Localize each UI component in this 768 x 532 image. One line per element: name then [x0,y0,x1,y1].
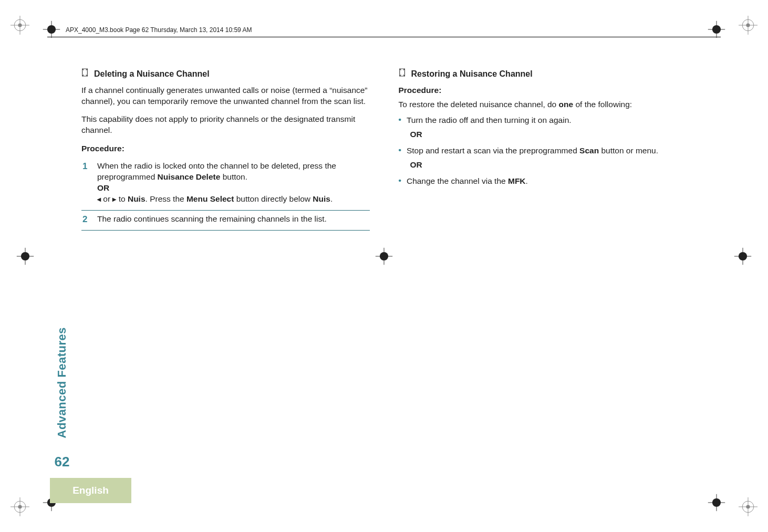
mfk-label: MFK [508,176,526,185]
procedure-step: 1 When the radio is locked onto the chan… [81,158,370,211]
or-text: OR [410,160,687,171]
bullet-list: • Turn the radio off and then turning it… [399,115,687,126]
header-rule [47,37,721,37]
page-number: 62 [55,454,70,470]
step-text: The radio continues scanning the remaini… [97,214,327,223]
language-box: English [50,478,131,503]
list-text: Stop and restart a scan via the preprogr… [407,145,658,157]
step-body: The radio continues scanning the remaini… [97,214,369,227]
bullet-dot-icon: • [399,176,401,187]
nuis-label: Nuis [313,194,330,203]
procedure-label: Procedure: [81,143,370,154]
section-header: Deleting a Nuisance Channel [81,68,370,80]
printmark-icon [11,497,29,516]
list-text: Turn the radio off and then turning it o… [407,115,572,126]
right-column: Restoring a Nuisance Channel Procedure: … [399,68,687,469]
one-emphasis: one [559,100,574,109]
book-icon [399,68,406,77]
section-tab-label: Advanced Features [55,327,69,438]
or-text: OR [410,129,687,140]
step-text: . [330,194,333,203]
list-item: • Stop and restart a scan via the prepro… [399,145,687,157]
section-title: Restoring a Nuisance Channel [411,68,533,80]
printmark-icon [707,493,726,512]
printmark-icon [739,16,757,35]
nuis-label: Nuis [128,194,146,203]
text-fragment: Change the channel via the [407,176,508,185]
nuisance-delete-label: Nuisance Delete [158,172,221,181]
bullet-dot-icon: • [399,145,401,157]
step-text: button directly below [234,194,313,203]
section-title: Deleting a Nuisance Channel [94,68,210,80]
step-number: 1 [82,161,90,173]
printmark-icon [739,497,757,516]
running-header: APX_4000_M3.book Page 62 Thursday, March… [66,26,252,34]
sidebar: Advanced Features 62 [50,327,74,470]
section-header: Restoring a Nuisance Channel [399,68,687,80]
or-text: OR [97,183,369,194]
bullet-dot-icon: • [399,115,401,126]
printmark-icon [11,16,29,35]
intro-text: If a channel continually generates unwan… [81,85,370,107]
content-columns: Deleting a Nuisance Channel If a channel… [81,68,687,469]
procedure-step: 2 The radio continues scanning the remai… [81,211,370,231]
intro-fragment: of the following: [573,100,632,109]
step-text: button. [220,172,247,181]
intro-text: To restore the deleted nuisance channel,… [399,99,687,110]
step-text: . Press the [146,194,186,203]
list-text: Change the channel via the MFK. [407,176,528,187]
step-body: When the radio is locked onto the channe… [97,161,369,207]
bullet-list: • Stop and restart a scan via the prepro… [399,145,687,157]
procedure-label: Procedure: [399,85,687,96]
scan-label: Scan [579,146,599,155]
text-fragment: button or menu. [599,146,658,155]
printmark-icon [707,20,726,39]
list-item: • Change the channel via the MFK. [399,176,687,187]
left-arrow-icon: ◂ [97,195,101,203]
intro-fragment: To restore the deleted nuisance channel,… [399,100,559,109]
step-number: 2 [82,214,90,226]
list-item: • Turn the radio off and then turning it… [399,115,687,126]
intro-text: This capability does not apply to priori… [81,114,370,136]
book-icon [81,68,89,77]
left-column: Deleting a Nuisance Channel If a channel… [81,68,370,469]
text-fragment: . [526,176,528,185]
menu-select-label: Menu Select [186,194,234,203]
step-text: to [116,194,128,203]
printmark-icon [42,20,61,39]
page-container: APX_4000_M3.book Page 62 Thursday, March… [0,0,768,532]
bullet-list: • Change the channel via the MFK. [399,176,687,187]
language-label: English [72,485,109,496]
printmark-icon [16,247,35,266]
printmark-icon [733,247,752,266]
text-fragment: Stop and restart a scan via the preprogr… [407,146,579,155]
step-text: or [101,194,112,203]
